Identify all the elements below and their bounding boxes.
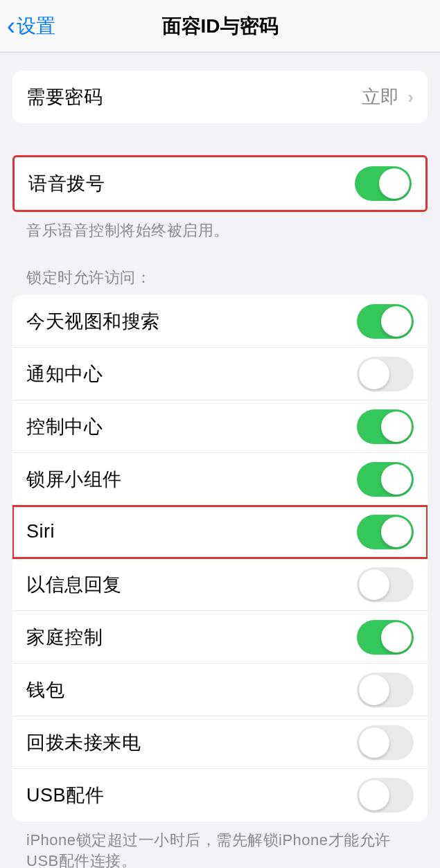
lock-access-label: 钱包 — [26, 677, 64, 702]
toggle-knob — [359, 727, 389, 758]
lock-access-label: 回拨未接来电 — [26, 730, 141, 755]
require-passcode-group: 需要密码 立即 › — [12, 71, 428, 123]
lock-access-toggle[interactable] — [357, 515, 414, 549]
lock-access-row: 控制中心 — [12, 400, 428, 453]
toggle-knob — [381, 464, 412, 495]
toggle-knob — [359, 359, 389, 389]
voice-dial-group: 语音拨号 — [12, 155, 428, 212]
lock-access-row: 锁屏小组件 — [12, 453, 428, 506]
lock-access-label: 以信息回复 — [26, 572, 122, 597]
voice-dial-toggle[interactable] — [355, 166, 412, 201]
lock-access-toggle[interactable] — [357, 357, 414, 391]
lock-access-label: 锁屏小组件 — [26, 467, 122, 492]
navigation-bar: ‹ 设置 面容ID与密码 — [0, 0, 440, 53]
lock-access-row: 以信息回复 — [12, 558, 428, 611]
require-passcode-value: 立即 › — [362, 85, 414, 109]
toggle-knob — [359, 675, 389, 705]
lock-access-row: Siri — [12, 506, 428, 558]
lock-access-toggle[interactable] — [357, 725, 414, 760]
voice-dial-footer: 音乐语音控制将始终被启用。 — [12, 212, 428, 241]
lock-access-footer: iPhone锁定超过一小时后，需先解锁iPhone才能允许USB配件连接。 — [12, 822, 428, 868]
lock-access-toggle[interactable] — [357, 304, 414, 339]
require-passcode-label: 需要密码 — [26, 85, 103, 109]
back-button[interactable]: ‹ 设置 — [0, 12, 55, 41]
toggle-knob — [381, 622, 412, 653]
lock-access-row: 通知中心 — [12, 348, 428, 400]
lock-access-label: Siri — [26, 521, 55, 542]
lock-access-label: 通知中心 — [26, 362, 103, 387]
toggle-knob — [381, 411, 412, 442]
lock-access-label: USB配件 — [26, 783, 104, 808]
lock-access-group: 今天视图和搜索通知中心控制中心锁屏小组件Siri以信息回复家庭控制钱包回拨未接来… — [12, 295, 428, 822]
voice-dial-label: 语音拨号 — [28, 171, 105, 196]
toggle-knob — [381, 306, 412, 337]
lock-access-label: 家庭控制 — [26, 625, 103, 650]
lock-access-label: 今天视图和搜索 — [26, 309, 160, 334]
toggle-knob — [379, 168, 410, 199]
lock-access-toggle[interactable] — [357, 462, 414, 497]
lock-access-toggle[interactable] — [357, 567, 414, 602]
lock-access-header: 锁定时允许访问： — [12, 267, 428, 295]
lock-access-row: 家庭控制 — [12, 611, 428, 664]
lock-access-row: USB配件 — [12, 769, 428, 822]
voice-dial-row: 语音拨号 — [15, 157, 425, 210]
lock-access-label: 控制中心 — [26, 414, 103, 439]
lock-access-row: 今天视图和搜索 — [12, 295, 428, 348]
chevron-right-icon: › — [407, 87, 414, 108]
lock-access-row: 回拨未接来电 — [12, 716, 428, 769]
page-title: 面容ID与密码 — [162, 13, 279, 39]
lock-access-toggle[interactable] — [357, 620, 414, 655]
toggle-knob — [381, 517, 412, 547]
lock-access-toggle[interactable] — [357, 409, 414, 444]
toggle-knob — [359, 780, 389, 811]
back-label: 设置 — [17, 13, 55, 39]
lock-access-row: 钱包 — [12, 664, 428, 716]
require-passcode-row[interactable]: 需要密码 立即 › — [12, 71, 428, 123]
toggle-knob — [359, 569, 389, 600]
lock-access-toggle[interactable] — [357, 778, 414, 813]
chevron-left-icon: ‹ — [7, 12, 15, 41]
lock-access-toggle[interactable] — [357, 673, 414, 707]
